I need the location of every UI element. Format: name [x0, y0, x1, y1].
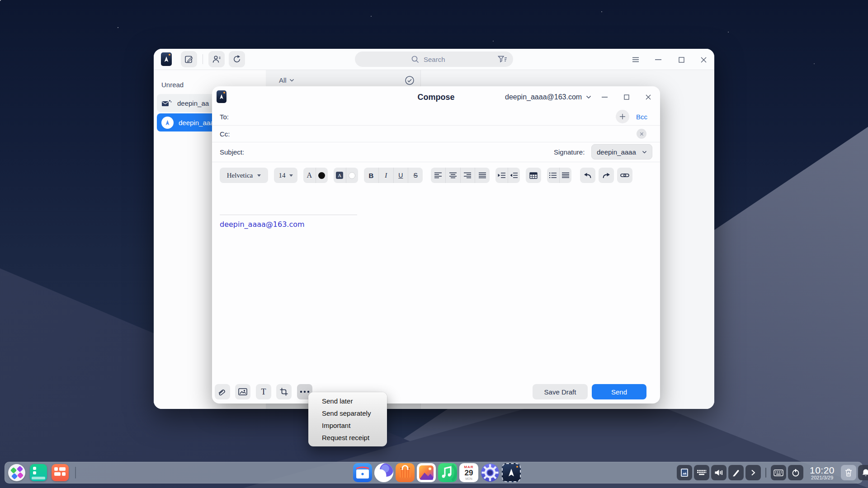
screenshot-crop-button[interactable]: [276, 384, 292, 399]
remove-cc-button[interactable]: [637, 129, 646, 139]
bold-glyph: B: [368, 172, 373, 179]
search-bar[interactable]: [355, 52, 513, 67]
main-menu-button[interactable]: [630, 54, 641, 65]
indent-increase-button[interactable]: [495, 168, 508, 183]
wallpaper-stars: [0, 0, 1, 1]
tray-onscreen-keyboard[interactable]: [771, 465, 786, 480]
dock-photos[interactable]: [417, 463, 436, 482]
compose-footer: T Save Draft Send: [212, 380, 660, 404]
redo-button[interactable]: [599, 168, 614, 183]
subject-field-row[interactable]: Subject: Signature: deepin_aaaa: [212, 142, 660, 162]
search-input[interactable]: [423, 55, 457, 64]
font-color-button[interactable]: A: [303, 168, 328, 183]
tray-power[interactable]: [788, 465, 803, 480]
font-family-dropdown[interactable]: Helvetica: [220, 168, 268, 183]
dock-music[interactable]: [438, 463, 457, 482]
bullet-list-button[interactable]: [547, 168, 559, 183]
envelope-icon: [161, 99, 172, 107]
menu-item-request-receipt[interactable]: Request receipt: [308, 432, 387, 444]
filter-button[interactable]: [498, 56, 509, 63]
minimize-button[interactable]: [599, 92, 609, 102]
launcher-button[interactable]: [8, 464, 25, 481]
menu-item-send-later[interactable]: Send later: [308, 395, 387, 407]
send-button[interactable]: Send: [592, 384, 646, 399]
align-center-button[interactable]: [445, 168, 460, 183]
dock-mail-active[interactable]: [502, 463, 521, 482]
signature-divider: [220, 215, 357, 215]
dock-file-manager[interactable]: [353, 463, 372, 482]
text-style-group: B I U S: [364, 168, 423, 183]
app-store-icon: [396, 463, 415, 482]
bcc-link[interactable]: Bcc: [636, 113, 647, 121]
ordered-list-button[interactable]: [559, 168, 572, 183]
tray-keyboard-layout[interactable]: [694, 465, 709, 480]
select-all-check-icon[interactable]: [405, 75, 415, 85]
compose-title: Compose: [212, 86, 660, 108]
filter-dropdown-label: All: [279, 76, 287, 84]
italic-button[interactable]: I: [378, 168, 393, 183]
signature-value: deepin_aaaa: [597, 148, 636, 156]
filter-dropdown[interactable]: All: [279, 76, 294, 84]
indent-decrease-button[interactable]: [508, 168, 520, 183]
bold-button[interactable]: B: [364, 168, 378, 183]
taskbar-clock[interactable]: 10:20 2021/3/29: [810, 465, 835, 480]
close-icon: [640, 132, 644, 136]
tray-notifications[interactable]: [858, 465, 868, 480]
highlight-color-swatch: [349, 172, 355, 179]
dock-app-store[interactable]: [396, 463, 415, 482]
align-justify-button[interactable]: [475, 168, 490, 183]
menu-item-important[interactable]: Important: [308, 419, 387, 432]
insert-image-button[interactable]: [235, 384, 250, 399]
ordered-list-icon: [561, 172, 570, 178]
add-recipient-button[interactable]: [616, 110, 629, 123]
tray-volume[interactable]: [711, 465, 726, 480]
dock-calendar[interactable]: MAR 29 MON: [459, 463, 478, 482]
maximize-button[interactable]: [622, 92, 632, 102]
save-draft-button[interactable]: Save Draft: [533, 384, 588, 399]
highlight-color-button[interactable]: A: [334, 168, 358, 183]
maximize-button[interactable]: [676, 54, 687, 65]
compose-button[interactable]: [181, 51, 197, 67]
to-field-row[interactable]: To: Bcc: [212, 108, 660, 126]
contacts-button[interactable]: [208, 51, 225, 67]
tray-expand[interactable]: [745, 465, 761, 480]
multitasking-view-button[interactable]: [52, 464, 69, 481]
close-button[interactable]: [643, 92, 653, 102]
align-right-button[interactable]: [460, 168, 475, 183]
show-desktop-button[interactable]: [30, 464, 47, 481]
image-icon: [238, 388, 247, 395]
attach-file-button[interactable]: [215, 384, 230, 399]
align-left-button[interactable]: [431, 168, 445, 183]
tray-trash[interactable]: [841, 465, 856, 480]
dock: MAR 29 MON: [353, 463, 521, 482]
tray-pen-tool[interactable]: [728, 465, 744, 480]
font-size-dropdown[interactable]: 14: [274, 168, 297, 183]
align-center-icon: [449, 172, 457, 178]
minimize-button[interactable]: [653, 54, 664, 65]
close-icon: [701, 57, 707, 63]
insert-table-button[interactable]: [526, 168, 541, 183]
underline-button[interactable]: U: [393, 168, 408, 183]
launcher-diamond: [17, 472, 24, 479]
tray-screenshot-item[interactable]: [677, 465, 692, 480]
message-body-editor[interactable]: deepin_aaaa@163.com: [212, 187, 660, 380]
signature-dropdown[interactable]: deepin_aaaa: [591, 144, 652, 160]
subject-label: Subject:: [220, 148, 244, 156]
menu-item-send-separately[interactable]: Send separately: [308, 407, 387, 419]
undo-button[interactable]: [580, 168, 595, 183]
paper-plane-icon: [164, 119, 171, 126]
dock-browser[interactable]: [374, 463, 393, 482]
account-selector[interactable]: deepin_aaaa@163.com: [505, 86, 591, 108]
refresh-button[interactable]: [229, 51, 245, 67]
account-address: deepin_aaaa@163.com: [505, 93, 582, 101]
insert-text-button[interactable]: T: [256, 384, 271, 399]
insert-link-button[interactable]: [617, 168, 632, 183]
compose-header: Compose deepin_aaaa@163.com: [212, 86, 660, 108]
align-left-icon: [434, 172, 442, 178]
align-right-icon: [463, 172, 472, 178]
multitask-glyph: [54, 467, 58, 471]
strikethrough-button[interactable]: S: [408, 168, 423, 183]
cc-field-row[interactable]: Cc:: [212, 126, 660, 142]
close-button[interactable]: [698, 54, 709, 65]
dock-control-center[interactable]: [481, 463, 500, 482]
